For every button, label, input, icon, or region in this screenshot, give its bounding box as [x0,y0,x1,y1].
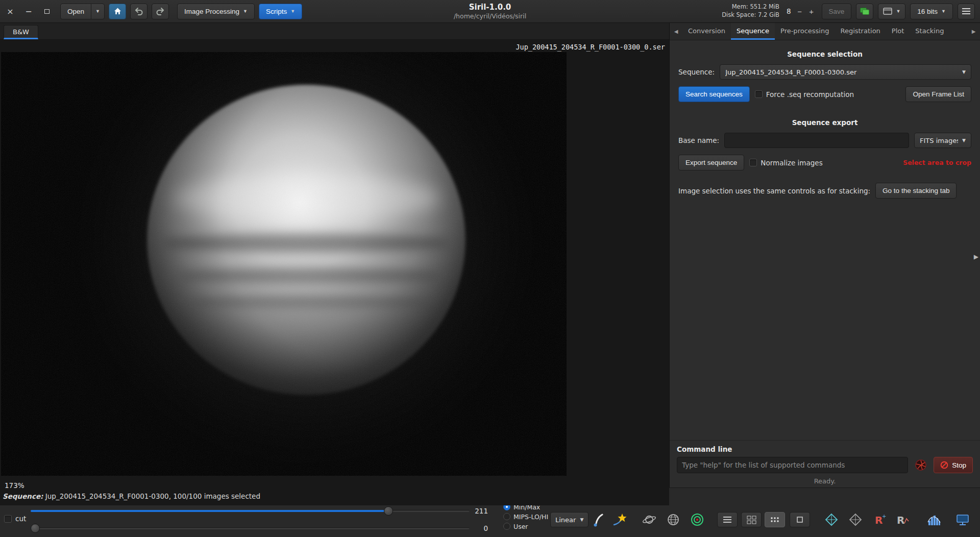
export-format-dropdown[interactable]: FITS images ▼ [914,133,971,148]
threads-value: 8 [784,7,794,15]
channel-tabstrip: B&W [0,23,669,40]
redo-button[interactable] [152,4,169,19]
header-right-group: Mem: 551.2 MiB Disk Space: 7.2 GiB 8 − +… [722,3,975,19]
command-input[interactable] [677,457,908,473]
high-threshold-value: 211 [469,507,488,515]
open-button[interactable]: Open [60,4,91,19]
go-to-stacking-button[interactable]: Go to the stacking tab [875,183,957,199]
cut-checkbox-label: cut [15,515,26,523]
green-images-button[interactable] [856,4,873,19]
open-frame-list-label: Open Frame List [913,90,964,98]
caret-down-icon: ▼ [95,9,100,14]
dots-toggle-icon[interactable] [765,512,785,527]
slider-handle[interactable] [31,524,40,533]
open-recent-dropdown[interactable]: ▼ [91,4,105,19]
threads-plus-button[interactable]: + [806,6,817,17]
tab-sequence-label: Sequence [737,27,769,35]
target-icon[interactable] [688,510,706,529]
tab-plot-label: Plot [892,27,904,35]
star-icon[interactable] [610,510,629,529]
open-button-label: Open [67,8,84,15]
open-frame-list-button[interactable]: Open Frame List [905,86,971,102]
threads-minus-button[interactable]: − [794,6,805,17]
radio-mips[interactable]: MIPS-LO/HI [503,513,548,520]
red-r-icon[interactable]: R+ [870,510,889,529]
square-toggle-icon[interactable] [790,512,810,527]
comet-icon[interactable] [589,510,607,529]
tab-plot[interactable]: Plot [886,23,910,40]
preview-layout-dropdown[interactable]: ▼ [878,4,905,19]
image-processing-menu[interactable]: Image Processing ▼ [177,4,255,19]
cut-checkbox-box[interactable] [4,515,12,523]
close-icon[interactable]: × [5,6,15,16]
hamburger-icon [962,8,970,14]
stop-button[interactable]: Stop [934,457,973,473]
normalize-checkbox-box[interactable] [749,159,757,166]
header-bar: × − Open ▼ Image Processing ▼ Scripts ▼ … [0,0,980,23]
tab-conversion[interactable]: Conversion [682,23,731,40]
low-threshold-slider[interactable] [31,524,470,533]
menu-button[interactable] [958,4,975,19]
histogram-icon[interactable] [924,510,943,529]
tab-preprocessing[interactable]: Pre-processing [775,23,835,40]
image-canvas[interactable] [1,52,567,476]
radio-user-label: User [513,523,528,530]
cut-checkbox[interactable]: cut [4,515,26,523]
tab-bw-label: B&W [13,28,29,36]
tab-sequence[interactable]: Sequence [731,23,775,40]
panel-collapse-arrow-icon[interactable]: ▶ [974,253,978,260]
sequence-label: Sequence: [678,68,715,76]
undo-button[interactable] [130,4,148,19]
green-images-icon [860,6,870,16]
radio-user-dot[interactable] [503,523,510,530]
tabs-scroll-right-icon[interactable]: ▶ [967,23,980,40]
cyan-diamond-icon[interactable] [822,510,841,529]
saturn-icon[interactable] [640,510,658,529]
tab-registration[interactable]: Registration [835,23,886,40]
tab-bw[interactable]: B&W [4,25,38,39]
home-button[interactable] [109,4,126,19]
scripts-label: Scripts [266,8,287,15]
shutter-icon[interactable] [913,457,928,473]
caret-down-icon: ▼ [962,138,966,143]
tab-stacking[interactable]: Stacking [910,23,949,40]
slider-track[interactable] [31,527,470,529]
bit-depth-dropdown[interactable]: 16 bits ▼ [910,4,953,19]
minimize-icon[interactable]: − [23,6,34,16]
normalize-checkbox[interactable]: Normalize images [749,159,822,167]
restore-icon[interactable] [42,6,52,16]
caret-down-icon: ▼ [243,9,248,14]
scale-mode-dropdown[interactable]: Linear ▼ [550,512,589,527]
list-toggle-icon[interactable] [717,512,738,527]
caret-down-icon: ▼ [962,70,966,75]
scripts-menu[interactable]: Scripts ▼ [259,4,302,19]
save-button[interactable]: Save [822,4,852,19]
search-sequences-label: Search sequences [685,90,743,98]
image-viewport: B&W Jup_200415_204534_R_F0001-0300_0.ser… [0,23,669,505]
search-sequences-button[interactable]: Search sequences [678,86,750,102]
tabs-scroll-left-icon[interactable]: ◀ [670,23,682,40]
force-seq-checkbox-box[interactable] [755,90,763,98]
base-name-input[interactable] [724,133,909,148]
monitor-icon[interactable] [953,510,972,529]
sequence-dropdown[interactable]: Jup_200415_204534_R_F0001-0300.ser ▼ [720,64,971,80]
grid-toggle-icon[interactable] [741,512,762,527]
preview-layout-icon [883,8,892,15]
export-sequence-button[interactable]: Export sequence [678,155,744,170]
image-processing-label: Image Processing [184,8,239,15]
memory-info: Mem: 551.2 MiB Disk Space: 7.2 GiB [722,3,779,19]
low-threshold-value: 0 [469,524,488,532]
globe-icon[interactable] [664,510,682,529]
go-to-stacking-label: Go to the stacking tab [883,187,949,194]
force-seq-checkbox[interactable]: Force .seq recomputation [755,90,854,99]
gray-r-chart-icon[interactable]: R [893,510,912,529]
titlebar-text: Siril-1.0.0 /home/cyril/Vidéos/siril [454,3,526,20]
tab-conversion-label: Conversion [688,27,725,35]
caret-down-icon: ▼ [941,9,946,14]
radio-user[interactable]: User [503,523,548,530]
high-threshold-slider[interactable] [31,506,470,516]
slider-handle[interactable] [384,506,393,516]
stop-icon [940,461,948,469]
radio-mips-dot[interactable] [503,513,510,520]
gray-diamond-icon[interactable] [846,510,865,529]
